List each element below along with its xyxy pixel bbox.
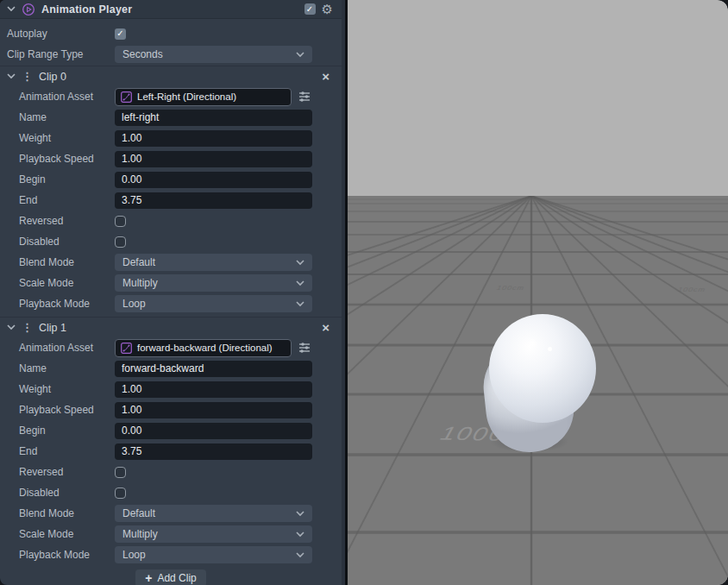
- weight-label: Weight: [19, 383, 115, 395]
- animation-asset-field[interactable]: Left-Right (Directional): [115, 88, 292, 106]
- remove-clip-button[interactable]: ×: [320, 70, 331, 83]
- scale-mode-select[interactable]: Multiply: [115, 525, 312, 543]
- clip-section: ⋮ Clip 1 × Animation Asset forward-backw…: [0, 317, 342, 567]
- autoplay-checkbox[interactable]: ✓: [115, 28, 126, 40]
- panel-body: Autoplay ✓ Clip Range Type Seconds ⋮ Cli…: [0, 19, 342, 585]
- drag-handle-icon[interactable]: ⋮: [22, 322, 33, 333]
- animation-asset-value: forward-backward (Directional): [137, 343, 273, 353]
- clip-title: Clip 1: [39, 322, 66, 334]
- scale-mode-value: Multiply: [122, 277, 158, 289]
- playback-mode-select[interactable]: Loop: [115, 295, 312, 312]
- reversed-checkbox[interactable]: [115, 467, 126, 478]
- footer-row: + Add Clip: [0, 567, 342, 585]
- reversed-label: Reversed: [19, 466, 115, 478]
- add-clip-label: Add Clip: [157, 572, 196, 584]
- clip-header: ⋮ Clip 0 ×: [0, 66, 342, 86]
- panel-scrollbar-gutter[interactable]: [342, 0, 348, 585]
- gear-icon[interactable]: ⚙: [322, 3, 333, 16]
- 3d-viewport[interactable]: 100cm 100cm 1000: [348, 0, 728, 585]
- chevron-down-icon: [296, 301, 304, 307]
- begin-input[interactable]: [115, 423, 312, 439]
- animation-asset-label: Animation Asset: [19, 342, 115, 354]
- chevron-down-icon: [296, 511, 304, 517]
- begin-label: Begin: [19, 173, 115, 186]
- plus-icon: +: [145, 572, 152, 584]
- reversed-label: Reversed: [19, 215, 115, 227]
- ground-distance-marker: 100cm: [677, 286, 706, 293]
- component-enabled-checkbox[interactable]: ✓: [304, 3, 316, 15]
- scale-mode-select[interactable]: Multiply: [115, 274, 312, 292]
- chevron-down-icon: [296, 260, 304, 266]
- autoplay-row: Autoplay ✓: [0, 23, 342, 44]
- clip-range-type-row: Clip Range Type Seconds: [0, 44, 342, 65]
- blend-mode-label: Blend Mode: [19, 507, 115, 519]
- animation-asset-value: Left-Right (Directional): [137, 91, 236, 102]
- scale-mode-value: Multiply: [122, 528, 158, 540]
- playback-speed-label: Playback Speed: [19, 153, 115, 165]
- name-label: Name: [19, 362, 115, 374]
- animation-player-icon: [22, 3, 35, 16]
- playback-speed-label: Playback Speed: [19, 404, 115, 416]
- playback-speed-input[interactable]: [115, 402, 312, 418]
- check-icon: ✓: [116, 29, 123, 38]
- name-input[interactable]: [115, 361, 312, 377]
- animation-asset-icon: [121, 91, 132, 103]
- disabled-checkbox[interactable]: [115, 488, 126, 499]
- animation-asset-icon: [121, 343, 132, 354]
- blend-mode-select[interactable]: Default: [115, 505, 312, 522]
- blend-mode-label: Blend Mode: [19, 256, 115, 268]
- end-label: End: [19, 445, 115, 457]
- app-window: Animation Player ✓ ⚙ Autoplay ✓ Clip Ran…: [0, 0, 728, 585]
- collapse-chevron-icon[interactable]: [7, 6, 16, 12]
- specular-highlight: [548, 347, 552, 351]
- check-icon: ✓: [306, 5, 313, 14]
- end-input[interactable]: [115, 443, 312, 460]
- weight-label: Weight: [19, 132, 115, 144]
- blend-mode-value: Default: [122, 507, 155, 519]
- animation-asset-row: Animation Asset forward-backward (Direct…: [0, 337, 342, 358]
- begin-label: Begin: [19, 425, 115, 437]
- collapse-chevron-icon[interactable]: [7, 324, 16, 330]
- disabled-checkbox[interactable]: [115, 236, 126, 248]
- blend-mode-select[interactable]: Default: [115, 254, 312, 271]
- begin-input[interactable]: [115, 172, 312, 188]
- animation-asset-label: Animation Asset: [19, 91, 115, 103]
- clip-range-type-value: Seconds: [122, 48, 163, 60]
- clip-section: ⋮ Clip 0 × Animation Asset Left-Right (D…: [0, 66, 342, 316]
- clip-title: Clip 0: [39, 71, 66, 83]
- clip-range-type-select[interactable]: Seconds: [115, 46, 312, 63]
- autoplay-label: Autoplay: [7, 28, 115, 40]
- asset-settings-icon[interactable]: [298, 91, 311, 102]
- clip-header: ⋮ Clip 1 ×: [0, 318, 342, 337]
- ground-distance-marker: 100cm: [496, 285, 525, 292]
- component-header: Animation Player ✓ ⚙: [0, 0, 342, 19]
- playback-mode-value: Loop: [122, 298, 146, 310]
- weight-input[interactable]: [115, 130, 312, 147]
- collapse-chevron-icon[interactable]: [7, 73, 16, 79]
- disabled-label: Disabled: [19, 236, 115, 248]
- playback-mode-value: Loop: [122, 549, 146, 561]
- ground-plane: 100cm 100cm 1000: [348, 196, 728, 585]
- end-input[interactable]: [115, 192, 312, 209]
- playback-mode-select[interactable]: Loop: [115, 546, 312, 563]
- animation-player-panel: Animation Player ✓ ⚙ Autoplay ✓ Clip Ran…: [0, 0, 342, 585]
- name-input[interactable]: [115, 110, 312, 126]
- add-clip-button[interactable]: + Add Clip: [135, 569, 206, 585]
- component-title: Animation Player: [41, 3, 132, 16]
- chevron-down-icon: [296, 52, 304, 58]
- name-label: Name: [19, 111, 115, 123]
- weight-input[interactable]: [115, 381, 312, 398]
- scale-mode-label: Scale Mode: [19, 528, 115, 540]
- chevron-down-icon: [296, 532, 304, 538]
- drag-handle-icon[interactable]: ⋮: [22, 71, 33, 82]
- chevron-down-icon: [296, 552, 304, 558]
- asset-settings-icon[interactable]: [298, 343, 311, 353]
- reversed-checkbox[interactable]: [115, 216, 126, 227]
- animation-asset-field[interactable]: forward-backward (Directional): [115, 339, 292, 357]
- specular-highlight: [526, 338, 538, 349]
- playback-speed-input[interactable]: [115, 151, 312, 167]
- scale-mode-label: Scale Mode: [19, 277, 115, 289]
- clip-range-type-label: Clip Range Type: [7, 48, 115, 60]
- playback-mode-label: Playback Mode: [19, 549, 115, 561]
- remove-clip-button[interactable]: ×: [320, 321, 331, 334]
